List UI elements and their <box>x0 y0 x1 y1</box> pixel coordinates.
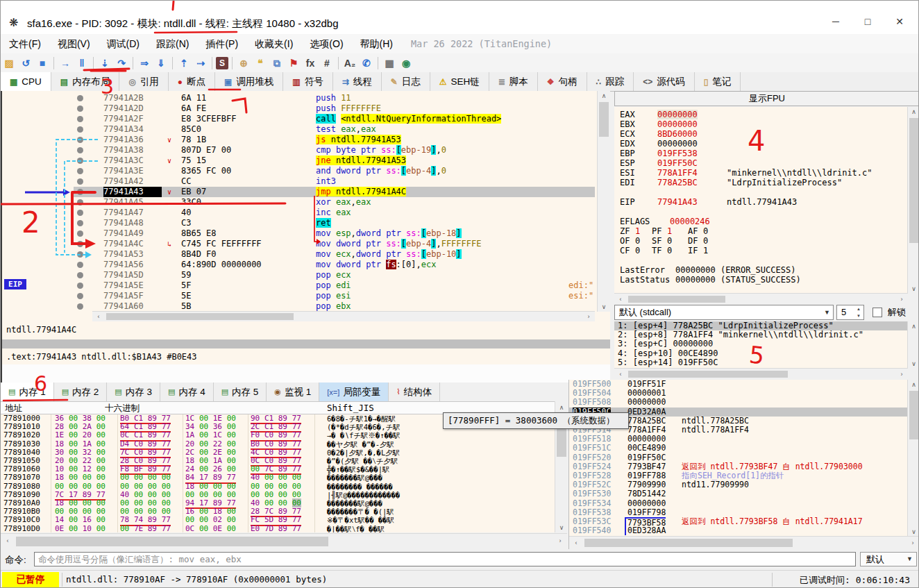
tab-监视 1[interactable]: ◉监视 1 <box>267 383 319 401</box>
tab-断点[interactable]: ●断点 <box>169 72 215 91</box>
disasm-row[interactable]: 77941A43∨EB 07jmp ntdll.77941A4C <box>2 187 595 197</box>
disasm-row[interactable]: 77941A36∨78 1Bjs ntdll.77941A53 <box>2 135 595 145</box>
register-row[interactable]: EBX00000000 <box>614 119 908 129</box>
stack-row[interactable]: 019FF5247793BF47返回到 ntdll.7793BF47 自 ntd… <box>569 462 908 471</box>
scroll-thumb[interactable] <box>599 102 609 137</box>
comments-icon[interactable]: ❝ <box>253 56 268 71</box>
tab-内存 4[interactable]: ▤内存 4 <box>160 383 214 401</box>
functions-icon[interactable]: fx <box>303 56 318 71</box>
stack-row[interactable]: 019FF5400ED328AA <box>569 526 908 535</box>
scroll-thumb[interactable] <box>909 391 918 439</box>
disasm-row[interactable]: 77941A3C∨75 15jne ntdll.77941A53 <box>2 156 595 166</box>
minimize-button[interactable]: ─ <box>820 12 852 31</box>
breakpoint-dot[interactable] <box>77 210 83 216</box>
bookmarks-icon[interactable]: ⚑ <box>286 56 301 71</box>
disasm-vscrollbar[interactable]: ∧ ∨ <box>597 91 610 312</box>
disasm-row[interactable]: 77941A4C↳C745 FC FEFFFFFFmov dword ptr s… <box>2 239 595 249</box>
scroll-up-icon[interactable]: ∧ <box>908 381 919 388</box>
disasm-row[interactable]: 77941A2B6A 11push 11 <box>2 93 595 103</box>
argument-row[interactable]: 4: [esp+10] 00CE4890 <box>614 349 908 358</box>
seh-icon[interactable]: S <box>216 57 228 69</box>
disasm-row[interactable]: 77941A5D59pop ecx <box>2 270 595 280</box>
tab-CPU[interactable]: ▦CPU <box>1 72 51 91</box>
menu-item[interactable]: 插件(P) <box>197 34 246 53</box>
disasm-row[interactable]: 77941A38807D E7 00cmp byte ptr ss:[ebp-1… <box>2 145 595 156</box>
disasm-row[interactable]: 77941A2D6A FEpush FFFFFFFE <box>2 103 595 114</box>
breakpoint-dot[interactable] <box>77 168 83 174</box>
close-button[interactable]: ✕ <box>884 12 916 31</box>
argument-count-stepper[interactable]: 5 ▲▼ <box>836 305 864 320</box>
disasm-row[interactable]: 77941A498B65 E8mov esp,dword ptr ss:[ebp… <box>2 228 595 239</box>
tab-脚本[interactable]: ≣脚本 <box>489 72 538 91</box>
registers-vscrollbar[interactable]: ∧ ∨ <box>907 107 919 294</box>
stack-row[interactable]: 019FF520019FF50C <box>569 453 908 462</box>
tab-SEH链[interactable]: ⚠SEH链 <box>430 72 489 91</box>
arguments-hscrollbar[interactable]: ‹ › <box>614 368 908 380</box>
dump-row[interactable]: 778910D00E 00 10 0000 7E 89 770C 00 0E 0… <box>1 525 555 532</box>
breakpoint-dot[interactable] <box>77 126 83 133</box>
breakpoint-dot[interactable] <box>77 178 83 185</box>
last-status-row[interactable]: LastStatus00000000 (STATUS_SUCCESS) <box>614 275 908 285</box>
run-to-user-code-icon[interactable]: ⇢ <box>193 56 208 71</box>
disasm-row[interactable]: 77941A3E8365 FC 00and dword ptr ss:[ebp-… <box>2 166 595 176</box>
dump-hscrollbar[interactable]: ‹ › <box>1 533 567 549</box>
stack-row[interactable]: 019FF52C77909990ntd11.77909990 <box>569 480 908 489</box>
breakpoint-dot[interactable] <box>77 147 83 153</box>
tab-内存 2[interactable]: ▤内存 2 <box>54 383 108 401</box>
scroll-right-icon[interactable]: › <box>584 313 593 320</box>
step-over-icon[interactable]: ↷ <box>114 56 129 71</box>
scroll-thumb[interactable] <box>909 118 918 243</box>
disasm-row[interactable]: 77941A538B4D F0mov ecx,dword ptr ss:[ebp… <box>2 249 595 260</box>
scroll-down-icon[interactable]: ∨ <box>555 524 568 531</box>
tab-笔记[interactable]: ▯笔记 <box>695 72 741 91</box>
scroll-right-icon[interactable]: › <box>908 539 918 546</box>
last-error-row[interactable]: LastError00000000 (ERROR_SUCCESS) <box>614 265 908 275</box>
pause-icon[interactable]: ‖ <box>74 56 90 71</box>
disasm-row[interactable]: 77941A42CCint3 <box>2 176 595 187</box>
scroll-thumb[interactable] <box>628 371 788 378</box>
disasm-row[interactable]: 77941A4533C0xor eax,eax <box>2 197 595 208</box>
command-input[interactable] <box>34 552 856 566</box>
tab-句柄[interactable]: ❖句柄 <box>538 72 587 91</box>
maximize-button[interactable]: □ <box>852 12 884 31</box>
tab-源代码[interactable]: <>源代码 <box>634 72 695 91</box>
tab-引用[interactable]: ◎引用 <box>119 72 168 91</box>
open-file-icon[interactable]: ▨ <box>1 56 17 71</box>
argument-row[interactable]: 3: [esp+C] 00000000 <box>614 339 908 348</box>
scroll-left-icon[interactable]: ‹ <box>571 539 581 546</box>
tab-内存 1[interactable]: ▤内存 1 <box>1 383 54 401</box>
breakpoint-dot[interactable] <box>77 106 83 112</box>
stack-vscrollbar[interactable]: ∧ ∨ <box>907 380 919 537</box>
scroll-right-icon[interactable]: › <box>897 296 907 303</box>
labels-icon[interactable]: ⧉ <box>269 56 285 71</box>
restart-icon[interactable]: ↺ <box>18 56 33 71</box>
stack-row[interactable]: 019FF53078D51442 <box>569 489 908 498</box>
tab-符号[interactable]: ▥符号 <box>283 72 332 91</box>
scroll-left-icon[interactable]: ‹ <box>94 313 103 320</box>
eflags-row[interactable]: EFLAGS00000246 <box>614 217 908 226</box>
breakpoint-dot[interactable] <box>77 262 83 268</box>
menu-item[interactable]: 视图(V) <box>49 34 99 53</box>
unlock-checkbox[interactable] <box>872 308 882 317</box>
breakpoint-dot[interactable] <box>77 189 83 195</box>
command-mode-select[interactable]: 默认 ▼ <box>860 552 917 566</box>
menu-item[interactable]: 调试(D) <box>99 34 148 53</box>
breakpoint-dot[interactable] <box>77 283 83 289</box>
scroll-left-icon[interactable]: ‹ <box>3 537 12 544</box>
scroll-down-icon[interactable]: ∨ <box>908 285 919 292</box>
scroll-down-icon[interactable]: ∨ <box>908 528 919 535</box>
execute-till-return-icon[interactable]: ⇡ <box>176 56 192 71</box>
disasm-row[interactable]: 77941A3485C0test eax,eax <box>2 124 595 135</box>
stack-hscrollbar[interactable]: ‹ › <box>569 536 919 549</box>
flags-row[interactable]: ZF1PF1AF0 <box>614 226 908 236</box>
stack-row[interactable]: 019FF51800000000 <box>569 435 908 444</box>
show-fpu-button[interactable]: 显示FPU <box>614 91 919 106</box>
calculator-icon[interactable]: ▦ <box>382 56 397 71</box>
tab-线程[interactable]: ⇉线程 <box>333 72 382 91</box>
stack-row[interactable]: 019FF500019FF51F <box>569 380 908 389</box>
argument-row[interactable]: 5: [esp+14] 019FF50C <box>614 358 908 367</box>
tab-内存布局[interactable]: ▤内存布局 <box>51 72 119 91</box>
scroll-down-icon[interactable]: ∨ <box>598 303 610 310</box>
notify-icon[interactable]: ✆ <box>359 56 374 71</box>
breakpoint-dot[interactable] <box>77 251 83 258</box>
